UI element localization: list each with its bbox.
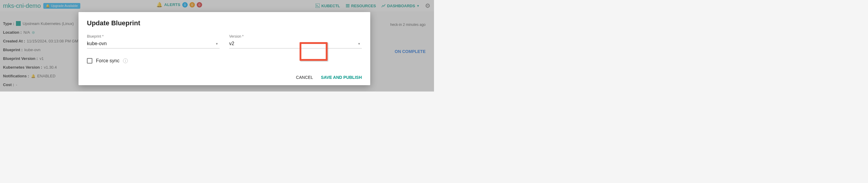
blueprint-field-label: Blueprint *: [87, 34, 220, 38]
blueprint-select[interactable]: Blueprint * kube-ovn ▼: [87, 34, 220, 49]
chevron-down-icon: ▼: [215, 42, 218, 45]
chevron-down-icon: ▼: [358, 42, 361, 45]
version-select[interactable]: Version * v2 ▼: [229, 34, 362, 49]
update-blueprint-modal: Update Blueprint Blueprint * kube-ovn ▼ …: [79, 12, 370, 85]
force-sync-checkbox[interactable]: [87, 58, 92, 63]
save-and-publish-button[interactable]: SAVE AND PUBLISH: [321, 75, 362, 80]
modal-title: Update Blueprint: [87, 19, 362, 27]
version-field-value: v2: [229, 41, 234, 47]
blueprint-field-value: kube-ovn: [87, 41, 107, 47]
info-icon[interactable]: i: [123, 58, 128, 63]
version-field-label: Version *: [229, 34, 362, 38]
cancel-button[interactable]: CANCEL: [296, 75, 313, 80]
force-sync-label: Force sync: [96, 58, 119, 63]
